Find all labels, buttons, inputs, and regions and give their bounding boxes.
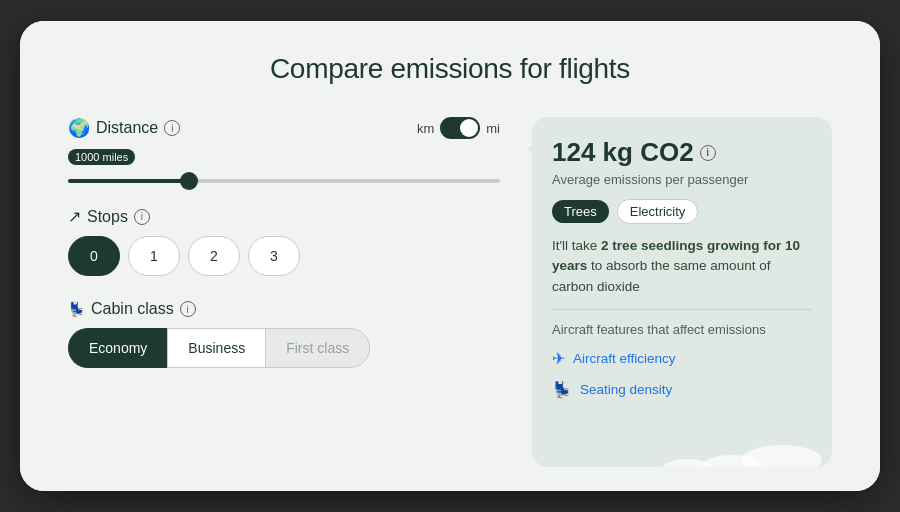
feature-link-efficiency[interactable]: ✈ Aircraft efficiency bbox=[552, 349, 812, 368]
stops-section: ↗ Stops i 0 1 2 3 bbox=[68, 207, 500, 276]
seating-icon: 💺 bbox=[552, 380, 572, 399]
tag-electricity[interactable]: Electricity bbox=[617, 199, 699, 224]
slider-fill bbox=[68, 179, 189, 183]
co2-amount-row: 124 kg CO2 i bbox=[552, 137, 812, 168]
toggle-knob bbox=[460, 119, 478, 137]
cabin-section: 💺 Cabin class i Economy Business First c… bbox=[68, 300, 500, 368]
feature-label-efficiency: Aircraft efficiency bbox=[573, 351, 676, 366]
distance-label-group: 🌍 Distance i bbox=[68, 117, 180, 139]
main-layout: 🌍 Distance i km mi 1000 bbox=[68, 117, 832, 467]
cabin-btn-economy[interactable]: Economy bbox=[68, 328, 167, 368]
page-title: Compare emissions for flights bbox=[68, 53, 832, 85]
cabin-info-icon[interactable]: i bbox=[180, 301, 196, 317]
plane-icon: ✈ bbox=[552, 349, 565, 368]
features-title: Aircraft features that affect emissions bbox=[552, 322, 812, 337]
unit-toggle[interactable] bbox=[440, 117, 480, 139]
seat-icon: 💺 bbox=[68, 301, 85, 317]
stops-buttons: 0 1 2 3 bbox=[68, 236, 500, 276]
clouds-decoration bbox=[532, 427, 832, 467]
co2-subtitle: Average emissions per passenger bbox=[552, 172, 812, 187]
divider bbox=[552, 309, 812, 310]
cabin-buttons: Economy Business First class bbox=[68, 328, 500, 368]
stops-info-icon[interactable]: i bbox=[134, 209, 150, 225]
stops-header: ↗ Stops i bbox=[68, 207, 500, 226]
distance-header-row: 🌍 Distance i km mi bbox=[68, 117, 500, 139]
stops-label: Stops bbox=[87, 208, 128, 226]
cabin-btn-first[interactable]: First class bbox=[265, 328, 370, 368]
tag-row: Trees Electricity bbox=[552, 199, 812, 224]
stop-btn-0[interactable]: 0 bbox=[68, 236, 120, 276]
cabin-header: 💺 Cabin class i bbox=[68, 300, 500, 318]
distance-info-icon[interactable]: i bbox=[164, 120, 180, 136]
feature-link-seating[interactable]: 💺 Seating density bbox=[552, 380, 812, 399]
co2-info-icon[interactable]: i bbox=[700, 145, 716, 161]
stop-btn-3[interactable]: 3 bbox=[248, 236, 300, 276]
distance-label: Distance bbox=[96, 119, 158, 137]
km-label: km bbox=[417, 121, 434, 136]
feature-label-seating: Seating density bbox=[580, 382, 672, 397]
distance-section: 🌍 Distance i km mi 1000 bbox=[68, 117, 500, 183]
tag-trees[interactable]: Trees bbox=[552, 200, 609, 223]
co2-value: 124 kg CO2 bbox=[552, 137, 694, 168]
app-content: Compare emissions for flights 🌍 Distance… bbox=[20, 21, 880, 491]
slider-thumb[interactable] bbox=[180, 172, 198, 190]
right-panel: 124 kg CO2 i Average emissions per passe… bbox=[532, 117, 832, 467]
left-panel: 🌍 Distance i km mi 1000 bbox=[68, 117, 500, 467]
comparison-pre: It'll take bbox=[552, 238, 601, 253]
stops-icon: ↗ bbox=[68, 207, 81, 226]
slider-value-label: 1000 miles bbox=[68, 149, 135, 165]
cabin-label: Cabin class bbox=[91, 300, 174, 318]
device-frame: Compare emissions for flights 🌍 Distance… bbox=[20, 21, 880, 491]
slider-track[interactable] bbox=[68, 179, 500, 183]
km-mi-toggle-group: km mi bbox=[417, 117, 500, 139]
stop-btn-2[interactable]: 2 bbox=[188, 236, 240, 276]
globe-icon: 🌍 bbox=[68, 117, 90, 139]
stop-btn-1[interactable]: 1 bbox=[128, 236, 180, 276]
comparison-text: It'll take 2 tree seedlings growing for … bbox=[552, 236, 812, 297]
cabin-btn-business[interactable]: Business bbox=[167, 328, 265, 368]
mi-label: mi bbox=[486, 121, 500, 136]
distance-slider-container: 1000 miles bbox=[68, 149, 500, 183]
